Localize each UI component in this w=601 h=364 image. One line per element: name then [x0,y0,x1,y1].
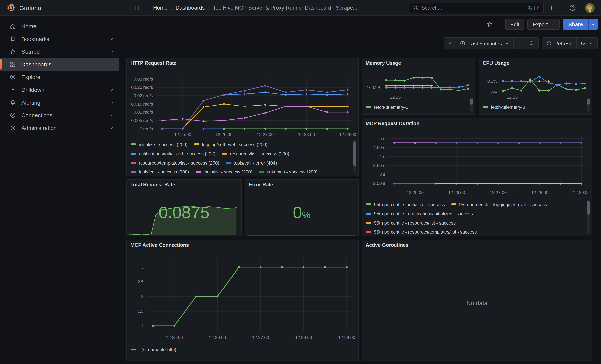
legend-item[interactable]: logging/setLevel - success (200) [194,142,267,147]
brand[interactable]: Grafana [6,3,41,12]
legend-item[interactable]: 95th percentile - logging/setLevel - suc… [451,202,547,207]
edit-button[interactable]: Edit [505,19,524,30]
breadcrumb-home[interactable]: Home [153,5,167,11]
legend-item[interactable]: 95th percentile - resources/list - succe… [366,220,456,225]
svg-text:12:25:00: 12:25:00 [407,190,424,195]
export-button[interactable]: Export [528,19,560,30]
sidebar-item-administration[interactable]: Administration [0,122,119,134]
breadcrumb-dashboards[interactable]: Dashboards [176,5,205,11]
legend-swatch [366,204,371,206]
time-controls: Last 5 minutes Refresh 5s [119,37,601,50]
legend-swatch [226,162,231,164]
legend-item[interactable]: resources/list - success (200) [222,151,289,156]
zoom-out-button[interactable] [525,38,538,49]
svg-text:12:25: 12:25 [390,95,401,99]
mcp-active-connections-chart[interactable]: 12:25:0012:26:0012:27:0012:28:0012:29:00… [130,252,356,341]
legend-scrollbar-thumb[interactable] [470,98,473,105]
add-new-button[interactable] [548,4,560,11]
panel-title[interactable]: Total Request Rate [130,182,175,187]
legend-item[interactable]: unknown - success (200) [259,169,318,173]
help-button[interactable] [568,4,577,12]
user-avatar[interactable] [585,3,595,12]
panel-title[interactable]: Memory Usage [366,60,401,66]
time-forward-button[interactable] [513,38,525,49]
legend-label: tools/call - success (200) [139,169,189,173]
panel-title[interactable]: Active Goroutines [366,242,408,248]
sidebar-item-alerting[interactable]: Alerting [0,96,119,109]
legend-item[interactable]: fetch-telemetry-0 [483,105,525,109]
sidebar-item-bookmarks[interactable]: Bookmarks [0,33,119,45]
sidebar-item-home[interactable]: Home [0,20,119,33]
chevron-down-icon[interactable] [109,126,114,130]
share-button[interactable]: Share [563,19,588,30]
sidebar-item-label: Drilldown [21,87,104,93]
legend-label: 95th percentile - logging/setLevel - suc… [459,202,547,207]
favorite-star-button[interactable] [484,19,495,30]
refresh-interval-label: 5s [581,40,586,46]
legend-item[interactable]: 95th percentile - initialize - success [366,202,445,207]
legend-item[interactable]: initialize - success (200) [131,142,187,147]
panel-title[interactable]: MCP Request Duration [366,121,419,126]
svg-text:0.005 req/s: 0.005 req/s [131,118,153,123]
sidebar-toggle-icon[interactable] [133,5,140,11]
legend-item[interactable]: notifications/initialized - success (202… [131,151,215,156]
nav-divider [564,3,564,12]
svg-text:0.03 req/s: 0.03 req/s [134,77,153,82]
chevron-down-icon[interactable] [109,37,114,41]
error-rate-sparkline[interactable] [248,232,358,236]
legend-item[interactable]: 95th percentile - resources/templates/li… [366,229,477,234]
chevron-down-icon[interactable] [109,113,114,118]
legend-item[interactable]: - (streamable-http) [131,347,176,352]
chevron-down-icon[interactable] [109,62,114,67]
grafana-logo-icon [6,3,16,12]
legend-swatch [195,171,200,173]
legend-item[interactable]: 95th percentile - notifications/initiali… [366,211,473,216]
memory-usage-chart[interactable]: 12:2516 MiB [365,71,473,101]
http-legend: initialize - success (200)logging/setLev… [131,140,352,173]
legend-scrollbar-thumb[interactable] [353,141,356,166]
legend-item[interactable]: tools/call - error (404) [226,160,277,165]
share-menu-button[interactable] [588,19,598,30]
sidebar-item-dashboards[interactable]: Dashboards [0,58,119,71]
memory-legend: fetch-telemetry-0 [366,103,461,112]
sidebar-item-drilldown[interactable]: Drilldown [0,83,119,96]
legend-label: 95th percentile - notifications/initiali… [374,211,473,216]
sidebar-item-connections[interactable]: Connections [0,109,119,122]
refresh-button[interactable]: Refresh [542,38,576,49]
search-input[interactable]: Search... ⌘+k [409,3,544,13]
legend-scrollbar-thumb[interactable] [587,201,590,215]
legend-label: notifications/initialized - success (202… [139,151,215,156]
panel-title[interactable]: Error Rate [249,182,273,187]
chevron-down-icon[interactable] [109,88,114,92]
legend-item[interactable]: fetch-telemetry-0 [366,105,408,109]
legend-swatch [366,106,371,108]
panel-title[interactable]: CPU Usage [482,60,509,66]
legend-item[interactable]: resources/templates/list - success (200) [131,160,219,165]
drilldown-icon [10,87,16,93]
legend-scrollbar-thumb[interactable] [587,98,590,105]
chevron-down-icon[interactable] [109,100,114,105]
refresh-interval-picker[interactable]: 5s [577,38,597,49]
sidebar-item-starred[interactable]: Starred [0,45,119,58]
total-request-rate-value: 0.0875 [127,204,241,221]
sidebar-item-explore[interactable]: Explore [0,71,119,83]
legend-label: 95th percentile - resources/templates/li… [374,229,477,234]
panel-title[interactable]: MCP Active Connections [130,242,189,248]
panel-total-request-rate: Total Request Rate 0.0875 [126,179,242,236]
mcp-request-duration-chart[interactable]: 12:25:0012:26:0012:27:0012:28:0012:29:00… [365,132,590,196]
time-back-button[interactable] [444,38,456,49]
legend-item[interactable]: tools/list - success (200) [195,169,252,173]
legend-label: fetch-telemetry-0 [374,105,408,109]
time-range-picker[interactable]: Last 5 minutes [456,38,513,49]
panel-title[interactable]: HTTP Request Rate [130,60,177,66]
svg-text:0.01 req/s: 0.01 req/s [134,110,153,115]
no-data-message: No data [362,300,592,306]
legend-item[interactable]: tools/call - success (200) [131,169,189,173]
legend-swatch [366,222,371,224]
cpu-usage-chart[interactable]: 12:250.2%0% [482,71,590,101]
http-request-rate-chart[interactable]: 12:25:0012:26:0012:27:0012:28:0012:29:00… [130,71,356,138]
svg-text:3.50 s: 3.50 s [373,163,385,168]
svg-text:0.2%: 0.2% [487,79,497,84]
chevron-right-icon [517,41,521,46]
chevron-down-icon[interactable] [109,49,114,54]
